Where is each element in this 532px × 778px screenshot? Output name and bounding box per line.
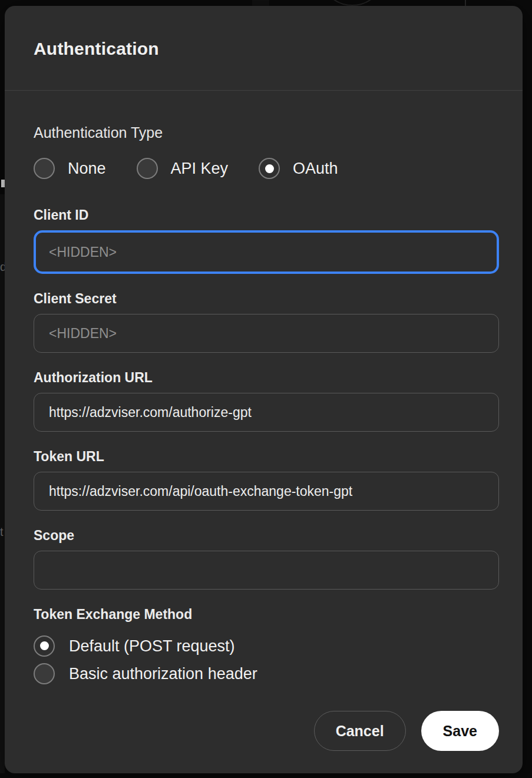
save-button[interactable]: Save [421, 711, 499, 751]
client-id-label: Client ID [34, 207, 499, 223]
authorization-url-field-group: Authorization URL [34, 369, 499, 432]
radio-circle-icon[interactable] [34, 663, 55, 684]
background-text-fragment: d [0, 261, 5, 273]
client-secret-label: Client Secret [34, 290, 499, 307]
auth-type-radio-api-key[interactable]: API Key [137, 157, 229, 180]
radio-label: OAuth [293, 157, 338, 180]
auth-type-radio-oauth[interactable]: OAuth [259, 157, 338, 180]
token-exchange-radio-basic[interactable]: Basic authorization header [34, 660, 499, 687]
authorization-url-input[interactable] [34, 393, 499, 432]
modal-header: Authentication [5, 6, 523, 91]
scope-input[interactable] [34, 551, 499, 590]
radio-selected-icon[interactable] [259, 158, 280, 179]
radio-label: Default (POST request) [69, 635, 235, 657]
background-avatar-arc [319, 0, 385, 6]
client-id-field-group: Client ID [34, 207, 499, 274]
radio-circle-icon[interactable] [34, 158, 55, 179]
background-panel-fragment [252, 0, 269, 6]
radio-label: Basic authorization header [69, 663, 257, 685]
auth-type-radio-group: None API Key OAuth [34, 157, 499, 180]
token-url-field-group: Token URL [34, 448, 499, 511]
modal-body: Authentication Type None API Key OAuth C… [5, 91, 523, 751]
client-id-input[interactable] [34, 230, 499, 274]
radio-circle-icon[interactable] [137, 158, 158, 179]
token-exchange-radio-group: Default (POST request) Basic authorizati… [34, 632, 499, 687]
authentication-modal: Authentication Authentication Type None … [5, 6, 523, 773]
background-text-fragment: t [0, 526, 5, 538]
radio-selected-icon[interactable] [34, 635, 55, 657]
token-url-input[interactable] [34, 472, 499, 511]
modal-footer: Cancel Save [34, 711, 499, 751]
scope-label: Scope [34, 527, 499, 544]
cancel-button[interactable]: Cancel [314, 711, 406, 751]
modal-title: Authentication [34, 39, 494, 59]
client-secret-field-group: Client Secret [34, 290, 499, 353]
token-url-label: Token URL [34, 448, 499, 465]
background-page-strip [0, 194, 5, 773]
token-exchange-radio-default[interactable]: Default (POST request) [34, 632, 499, 660]
token-exchange-method-label: Token Exchange Method [34, 606, 499, 623]
background-divider-fragment [465, 0, 466, 6]
scope-field-group: Scope [34, 527, 499, 590]
auth-type-radio-none[interactable]: None [34, 157, 106, 180]
authorization-url-label: Authorization URL [34, 369, 499, 386]
auth-type-label: Authentication Type [34, 124, 499, 141]
radio-label: API Key [171, 157, 229, 180]
client-secret-input[interactable] [34, 314, 499, 353]
radio-label: None [68, 157, 106, 180]
